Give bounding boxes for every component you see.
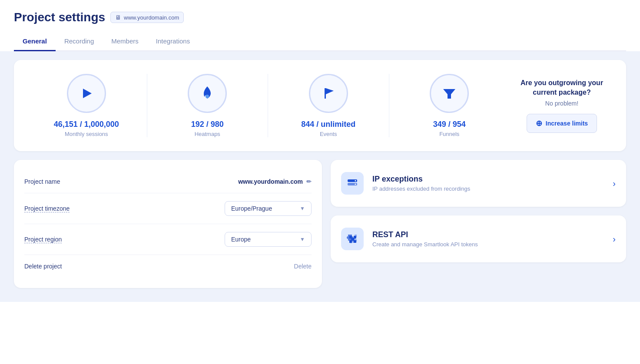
domain-badge: 🖥 www.yourdomain.com <box>110 12 184 23</box>
project-timezone-label: Project timezone <box>24 205 225 212</box>
rest-api-arrow-icon: › <box>613 234 616 244</box>
svg-point-7 <box>355 180 356 182</box>
edit-project-name-icon[interactable]: ✏ <box>306 178 312 185</box>
stat-value-heatmaps: 192 / 980 <box>191 120 224 129</box>
timezone-select[interactable]: Europe/Prague ▼ <box>225 201 312 216</box>
region-value: Europe <box>231 236 251 243</box>
project-name-row: Project name www.yourdomain.com ✏ <box>24 170 312 193</box>
stat-circle-sessions <box>67 74 106 113</box>
flag-icon <box>321 86 336 101</box>
delete-project-label: Delete project <box>24 263 294 270</box>
project-timezone-row: Project timezone Europe/Prague ▼ <box>24 193 312 224</box>
stat-value-funnels: 349 / 954 <box>433 120 466 129</box>
stat-label-events: Events <box>320 131 337 137</box>
svg-point-8 <box>355 184 356 185</box>
stat-value-sessions: 46,151 / 1,000,000 <box>54 120 119 129</box>
ip-exceptions-content: IP exceptions IP addresses excluded from… <box>372 175 604 192</box>
upgrade-section: Are you outgrowing your current package?… <box>510 78 614 133</box>
tab-general[interactable]: General <box>14 33 56 51</box>
ip-exceptions-arrow-icon: › <box>613 179 616 189</box>
bottom-section: Project name www.yourdomain.com ✏ Projec… <box>14 160 626 288</box>
svg-marker-0 <box>83 89 92 98</box>
svg-point-1 <box>206 95 209 98</box>
project-region-label: Project region <box>24 236 225 243</box>
stats-card: 46,151 / 1,000,000 Monthly sessions 192 … <box>14 60 626 151</box>
upgrade-subtitle: No problem! <box>545 100 578 107</box>
stat-value-events: 844 / unlimited <box>301 120 355 129</box>
delete-project-row: Delete project Delete <box>24 255 312 278</box>
stat-events: 844 / unlimited Events <box>268 74 389 137</box>
stat-funnels: 349 / 954 Funnels <box>389 74 510 137</box>
project-name-value: www.yourdomain.com <box>238 178 303 185</box>
timezone-value: Europe/Prague <box>231 205 272 212</box>
project-name-value-group: www.yourdomain.com ✏ <box>238 178 312 185</box>
ip-exceptions-card[interactable]: IP exceptions IP addresses excluded from… <box>331 160 626 207</box>
ip-exceptions-icon-container <box>341 172 364 195</box>
funnel-icon <box>441 86 457 101</box>
fire-icon <box>199 86 215 101</box>
domain-text: www.yourdomain.com <box>124 14 179 21</box>
stat-label-heatmaps: Heatmaps <box>195 131 220 137</box>
tab-members[interactable]: Members <box>103 33 147 51</box>
stat-label-funnels: Funnels <box>439 131 459 137</box>
upgrade-title: Are you outgrowing your current package? <box>517 78 607 98</box>
rest-api-card[interactable]: REST API Create and manage Smartlook API… <box>331 215 626 262</box>
tab-recording[interactable]: Recording <box>56 33 103 51</box>
tab-integrations[interactable]: Integrations <box>147 33 199 51</box>
stat-sessions: 46,151 / 1,000,000 Monthly sessions <box>26 74 147 137</box>
puzzle-icon <box>346 233 358 245</box>
svg-rect-2 <box>325 88 326 99</box>
settings-card: Project name www.yourdomain.com ✏ Projec… <box>14 160 322 288</box>
region-dropdown-arrow: ▼ <box>300 236 305 242</box>
right-cards: IP exceptions IP addresses excluded from… <box>331 160 626 288</box>
timezone-dropdown-arrow: ▼ <box>300 205 305 212</box>
rest-api-content: REST API Create and manage Smartlook API… <box>372 230 604 248</box>
play-icon <box>79 86 94 101</box>
delete-button[interactable]: Delete <box>294 263 312 270</box>
increase-limits-button[interactable]: ⊕ Increase limits <box>527 114 597 133</box>
page-title: Project settings <box>14 10 105 24</box>
project-region-row: Project region Europe ▼ <box>24 224 312 255</box>
ip-exceptions-title: IP exceptions <box>372 175 604 184</box>
server-icon <box>346 177 358 189</box>
stat-circle-funnels <box>430 74 469 113</box>
domain-icon: 🖥 <box>115 14 121 21</box>
stat-circle-heatmaps <box>188 74 227 113</box>
increase-limits-label: Increase limits <box>546 120 588 127</box>
rest-api-desc: Create and manage Smartlook API tokens <box>372 241 604 248</box>
ip-exceptions-desc: IP addresses excluded from recordings <box>372 185 604 192</box>
svg-marker-3 <box>326 88 334 94</box>
region-select[interactable]: Europe ▼ <box>225 232 312 247</box>
rest-api-title: REST API <box>372 230 604 239</box>
stat-circle-events <box>309 74 348 113</box>
stat-label-sessions: Monthly sessions <box>65 131 108 137</box>
svg-marker-4 <box>443 89 455 99</box>
rest-api-icon-container <box>341 228 364 250</box>
tabs-row: General Recording Members Integrations <box>14 33 626 51</box>
project-name-label: Project name <box>24 178 238 185</box>
stat-heatmaps: 192 / 980 Heatmaps <box>147 74 269 137</box>
